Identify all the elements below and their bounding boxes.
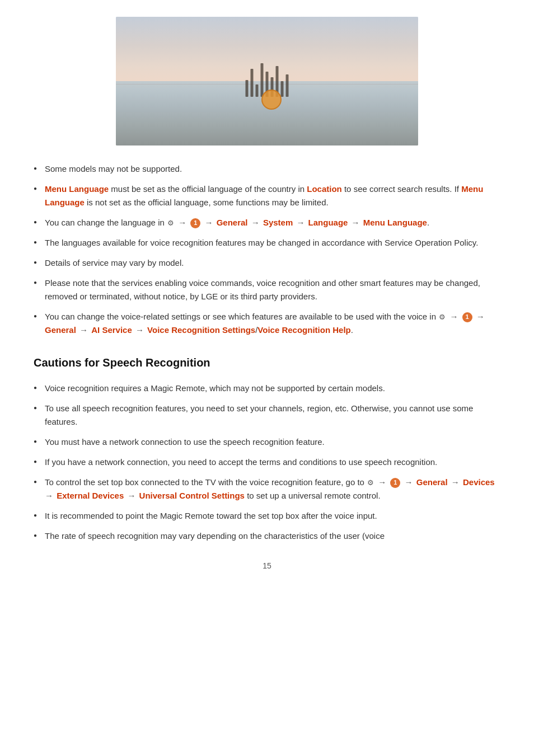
- list-item: If you have a network connection, you ne…: [34, 456, 500, 469]
- arrow-icon: →: [176, 218, 189, 227]
- bar-3: [256, 84, 259, 97]
- highlight-text: System: [263, 218, 293, 227]
- highlight-text: Voice Recognition Help: [257, 325, 350, 335]
- arrow-icon: →: [474, 312, 485, 321]
- gear-icon: ⚙: [439, 312, 446, 323]
- highlight-text: General: [217, 218, 248, 227]
- arrow-icon: →: [447, 312, 460, 321]
- number-icon: 1: [390, 478, 400, 488]
- number-icon: 1: [190, 218, 200, 228]
- hero-image: [116, 17, 418, 145]
- arrow-icon: →: [349, 218, 362, 227]
- highlight-text: Menu Language: [45, 184, 109, 194]
- list-item: Menu Language must be set as the officia…: [34, 182, 500, 209]
- list-item: It is recommended to point the Magic Rem…: [34, 509, 500, 523]
- list-item: You can change the voice-related setting…: [34, 310, 500, 337]
- gear-icon: ⚙: [167, 218, 174, 229]
- highlight-text: Devices: [463, 477, 495, 487]
- gear-icon: ⚙: [367, 477, 374, 489]
- highlight-text: General: [45, 325, 76, 335]
- list-item: Please note that the services enabling v…: [34, 276, 500, 303]
- bar-4: [261, 63, 264, 97]
- bar-9: [286, 74, 289, 97]
- list-item: You must have a network connection to us…: [34, 435, 500, 449]
- play-circle: [261, 90, 282, 110]
- page-number: 15: [34, 560, 500, 572]
- arrow-icon: →: [449, 477, 462, 487]
- arrow-icon: →: [202, 218, 215, 227]
- highlight-text: Voice Recognition Settings: [147, 325, 255, 335]
- bar-2: [251, 69, 254, 97]
- list-item: To control the set top box connected to …: [34, 476, 500, 503]
- bullet-list-section1: Some models may not be supported.Menu La…: [34, 162, 500, 337]
- arrow-icon: →: [402, 477, 415, 487]
- highlight-text: Menu Language: [363, 218, 427, 227]
- highlight-text: General: [416, 477, 448, 487]
- list-item: Details of service may vary by model.: [34, 256, 500, 270]
- highlight-text: External Devices: [57, 491, 124, 500]
- highlight-text: AI Service: [91, 325, 132, 335]
- bar-1: [246, 80, 249, 97]
- arrow-icon: →: [249, 218, 262, 227]
- arrow-icon: →: [376, 477, 388, 487]
- list-item: You can change the language in ⚙ → 1 → G…: [34, 216, 500, 229]
- highlight-text: Location: [307, 184, 342, 194]
- section2-title: Cautions for Speech Recognition: [34, 354, 500, 372]
- highlight-text: Menu Language: [45, 184, 483, 207]
- list-item: The languages available for voice recogn…: [34, 236, 500, 250]
- arrow-icon: →: [133, 325, 146, 335]
- arrow-icon: →: [45, 491, 55, 500]
- number-icon: 1: [462, 312, 472, 322]
- list-item: The rate of speech recognition may vary …: [34, 529, 500, 543]
- list-item: Some models may not be supported.: [34, 162, 500, 176]
- bar-8: [281, 81, 284, 97]
- highlight-text: Universal Control Settings: [139, 491, 245, 500]
- bullet-list-section2: Voice recognition requires a Magic Remot…: [34, 382, 500, 543]
- arrow-icon: →: [125, 491, 138, 500]
- list-item: Voice recognition requires a Magic Remot…: [34, 382, 500, 395]
- highlight-text: Language: [308, 218, 348, 227]
- list-item: To use all speech recognition features, …: [34, 402, 500, 429]
- arrow-icon: →: [77, 325, 90, 335]
- arrow-icon: →: [294, 218, 307, 227]
